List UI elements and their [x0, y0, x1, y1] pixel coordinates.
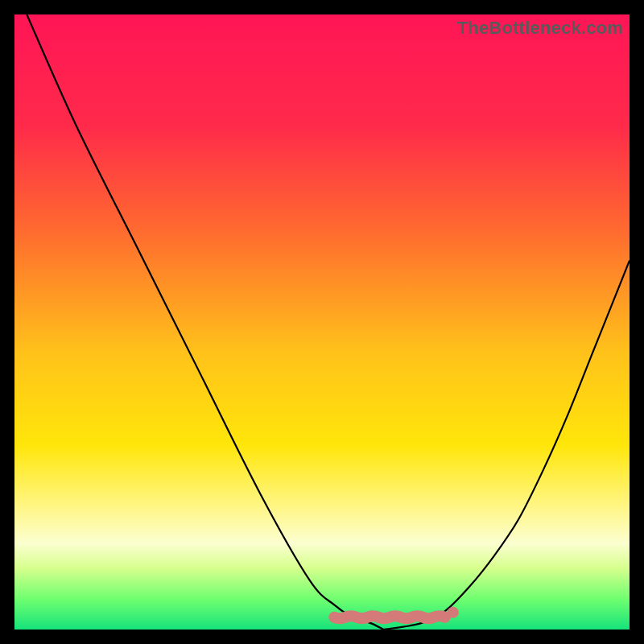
watermark-text: TheBottleneck.com — [457, 18, 623, 39]
bottleneck-chart — [14, 14, 630, 630]
svg-point-0 — [448, 607, 459, 618]
chart-frame: TheBottleneck.com — [14, 14, 630, 630]
chart-background — [14, 14, 630, 630]
